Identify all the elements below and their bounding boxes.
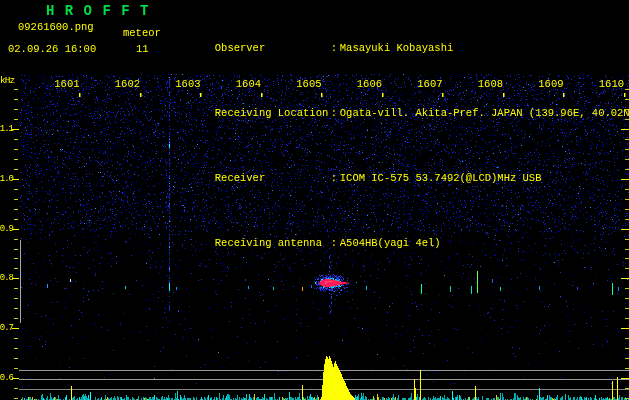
xtick-label: 1603 [175,78,201,90]
xtick-label: 1606 [356,78,382,90]
observation-datetime: 02.09.26 16:00 [8,43,96,55]
info-separator: : [331,107,340,120]
info-separator: : [331,237,340,250]
info-label: Receiving antenna [215,237,331,250]
mode-label: meteor [123,27,161,39]
info-separator: : [331,172,340,185]
ytick-label: 0.8 [0,273,13,283]
xtick-label: 1601 [54,78,80,90]
info-label: Receiving Location [215,107,331,120]
ytick-label: 0.7 [0,323,13,333]
observer-row: Observer:Masayuki Kobayashi [177,29,629,68]
receiving-antenna-row: Receiving antenna:A504HB(yagi 4el) [177,224,629,263]
xtick-label: 1607 [417,78,443,90]
xtick-label: 1610 [598,78,624,90]
xtick-label: 1608 [477,78,503,90]
receiver-row: Receiver:ICOM IC-575 53.7492(@LCD)MHz US… [177,159,629,198]
info-value: ICOM IC-575 53.7492(@LCD)MHz USB [340,172,542,184]
hrofft-output-window: H R O F F T 09261600.png meteor 02.09.26… [0,0,629,400]
xtick-label: 1604 [235,78,261,90]
ytick-label: 0.9 [0,224,13,234]
info-value: Masayuki Kobayashi [340,42,453,54]
xtick-label: 1602 [114,78,140,90]
info-value: Ogata-vill. Akita-Pref. JAPAN (139.96E, … [340,107,629,119]
info-label: Receiver [215,172,331,185]
output-filename: 09261600.png [18,21,94,33]
xtick-label: 1605 [296,78,322,90]
ytick-label: 0.6 [0,373,13,383]
app-title: H R O F F T [46,3,149,19]
echo-count: 11 [136,43,149,55]
info-value: A504HB(yagi 4el) [340,237,441,249]
info-separator: : [331,42,340,55]
station-info: Observer:Masayuki Kobayashi Receiving Lo… [177,3,629,289]
ytick-label: 1.0 [0,174,13,184]
info-label: Observer [215,42,331,55]
xtick-label: 1609 [538,78,564,90]
y-axis-unit-label: kHz [0,75,14,86]
ytick-label: 1.1 [0,124,13,134]
receiving-location-row: Receiving Location:Ogata-vill. Akita-Pre… [177,94,629,133]
